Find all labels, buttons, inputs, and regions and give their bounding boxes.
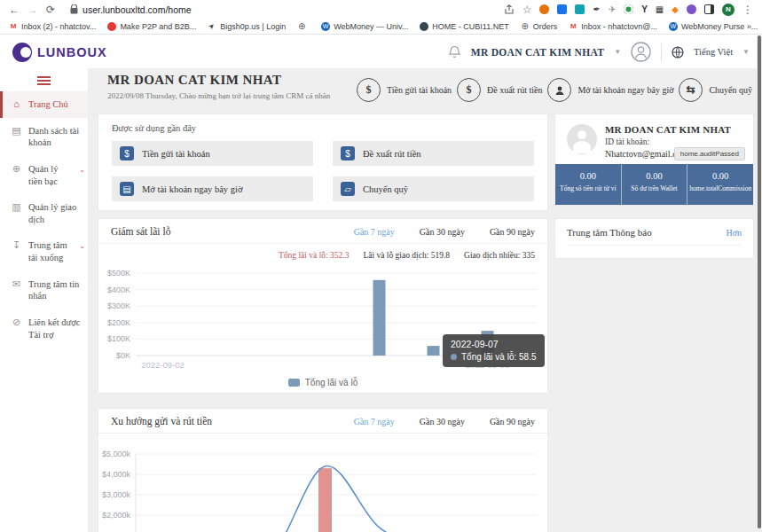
- bookmark-item[interactable]: MInbox - nhatctovn@...: [569, 22, 657, 31]
- notification-more-link[interactable]: Hơn: [726, 228, 742, 238]
- url-text[interactable]: user.lunbouxltd.com/home: [82, 4, 192, 15]
- profit-monitor-card: Giám sát lãi lỗ Gần 7 ngày Gần 30 ngày G…: [98, 218, 548, 394]
- tab-last-7-days[interactable]: Gần 7 ngày: [354, 417, 395, 426]
- recent-button-transfer[interactable]: ▱Chuyển quỹ: [333, 176, 534, 201]
- extension-pen-icon[interactable]: ✒: [593, 5, 600, 14]
- sidebar-item-home[interactable]: ⌂Trang Chủ: [0, 91, 88, 118]
- metamask-icon[interactable]: ◆: [672, 5, 679, 14]
- trend-line-chart-svg: $0k$1,000k$2,000k$3,000k$4,000k$5,000k: [98, 442, 547, 532]
- svg-text:$2,000k: $2,000k: [102, 511, 131, 520]
- address-bar: ← → ⟳ user.lunbouxltd.com/home ☆ ✒ ✈ Y ▦…: [0, 0, 762, 19]
- bookmark-item[interactable]: HOME - CUBI11.NET: [420, 22, 508, 31]
- legend-marker: [288, 379, 300, 387]
- extension-puzzle-icon[interactable]: [687, 4, 696, 14]
- mail-icon: ✉: [11, 278, 22, 290]
- browser-menu-icon[interactable]: ⋮: [742, 4, 753, 15]
- recent-button-withdraw[interactable]: $Đề xuất rút tiền: [333, 141, 534, 166]
- webmoney-icon: W: [669, 22, 678, 31]
- audit-passed-badge[interactable]: home.auditPassed: [674, 147, 745, 160]
- red-circle-icon: [107, 22, 116, 31]
- page-scrollbar[interactable]: [757, 35, 762, 532]
- bookmark-item[interactable]: MInbox (2) - nhatctov...: [9, 22, 96, 31]
- trend-card-title: Xu hướng gửi và rút tiền: [111, 416, 212, 426]
- profile-id-label: ID tài khoản:: [605, 137, 731, 146]
- sidebar-item-money-management[interactable]: ⊕Quản lý tiền bạc⌄: [0, 156, 88, 194]
- svg-text:$0K: $0K: [116, 351, 130, 360]
- sidepanel-icon[interactable]: [704, 4, 714, 14]
- deposit-withdraw-trend-card: Xu hướng gửi và rút tiền Gần 7 ngày Gần …: [98, 408, 548, 532]
- extension-plane-icon[interactable]: ✈: [609, 5, 616, 14]
- language-chevron-icon[interactable]: ▼: [742, 48, 750, 56]
- profit-chart[interactable]: $0K$100K$200K$300K$400K$500K2022-09-0220…: [98, 260, 547, 387]
- back-button-icon[interactable]: ←: [9, 4, 20, 15]
- scrollbar-thumb[interactable]: [758, 35, 761, 528]
- person-icon: [547, 78, 571, 102]
- profit-chart-legend[interactable]: Tổng lãi và lỗ: [98, 378, 547, 387]
- tab-last-90-days[interactable]: Gần 90 ngày: [490, 227, 535, 237]
- extension-qr-icon[interactable]: ▦: [656, 5, 664, 14]
- quick-action-open-account[interactable]: Mở tài khoản ngay bây giờ: [547, 78, 673, 102]
- extension-orange-icon[interactable]: [539, 4, 549, 14]
- profit-stats-row: Tổng lãi và lỗ: 352.3 Lãi và lỗ giao dịc…: [98, 244, 547, 260]
- extension-teal-icon[interactable]: [575, 4, 585, 14]
- sidebar-item-transaction-management[interactable]: ▥Quản lý giao dịch: [0, 194, 88, 232]
- legend-label: Tổng lãi và lỗ: [305, 378, 357, 387]
- quick-action-deposit[interactable]: $Tiền gửi tài khoản: [357, 78, 452, 102]
- profit-bar-chart-svg: $0K$100K$200K$300K$400K$500K2022-09-0220…: [98, 260, 547, 373]
- bookmark-item[interactable]: WWebMoney — Univ...: [321, 22, 408, 31]
- stat-trade-profit-loss: Lãi và lỗ giao dịch: 519.8: [363, 251, 450, 260]
- user-menu-chevron-icon[interactable]: ▼: [614, 48, 621, 56]
- dark-circle-icon: [420, 22, 428, 31]
- lunboux-logo-text: LUNBOUX: [37, 45, 107, 59]
- stat-total-commission: 0.00home.totalCommission: [687, 164, 753, 205]
- lock-icon: [70, 4, 78, 14]
- tab-last-30-days[interactable]: Gần 30 ngày: [420, 417, 465, 426]
- bookmark-item[interactable]: ⊕: [297, 22, 310, 31]
- svg-text:$200K: $200K: [107, 318, 130, 327]
- sidebar-item-message-center[interactable]: ✉Trung tâm tin nhắn: [0, 271, 88, 309]
- page-title: MR DOAN CAT KIM NHAT: [107, 73, 330, 88]
- extension-green-circle-icon[interactable]: [624, 4, 633, 14]
- forward-button-icon[interactable]: →: [27, 4, 38, 15]
- extension-funnel-icon[interactable]: Y: [641, 5, 648, 14]
- sidebar-collapse-button[interactable]: [0, 68, 88, 91]
- app-header: LUNBOUX MR DOAN CAT KIM NHAT ▼ Tiếng Việ…: [0, 35, 762, 70]
- lunboux-logo[interactable]: LUNBOUX: [12, 43, 107, 62]
- notification-bell-icon[interactable]: [448, 45, 461, 59]
- chevron-down-icon: ⌄: [79, 242, 85, 251]
- bookmark-item[interactable]: Make P2P and B2B...: [107, 22, 196, 31]
- tab-last-30-days[interactable]: Gần 30 ngày: [420, 227, 465, 237]
- quick-action-withdraw[interactable]: $Đề xuất rút tiền: [457, 78, 542, 102]
- sidebar-item-account-list[interactable]: ▤Danh sách tài khoản: [0, 118, 88, 156]
- avatar-icon[interactable]: [631, 42, 651, 62]
- bookmark-item[interactable]: WWebMoney Purse »...: [669, 22, 758, 31]
- recent-button-open-account[interactable]: ▤Mở tài khoản ngay bây giờ: [112, 176, 313, 201]
- sidebar-item-download-center[interactable]: ↧Trung tâm tải xuống⌄: [0, 232, 88, 270]
- trend-chart[interactable]: $0k$1,000k$2,000k$3,000k$4,000k$5,000k: [98, 442, 547, 532]
- tab-last-7-days[interactable]: Gần 7 ngày: [354, 227, 395, 237]
- sidebar: ⌂Trang Chủ ▤Danh sách tài khoản ⊕Quản lý…: [0, 68, 89, 532]
- dollar-icon: $: [120, 146, 134, 160]
- account-card-icon: ▤: [120, 182, 134, 196]
- stat-trade-count: Giao dịch nhiều: 335: [464, 251, 535, 260]
- svg-text:2022-09-08: 2022-09-08: [466, 360, 509, 370]
- globe-icon[interactable]: [672, 46, 684, 59]
- download-icon: ↧: [11, 239, 22, 251]
- quick-action-transfer[interactable]: ⇆Chuyển quỹ: [679, 78, 752, 102]
- language-selector[interactable]: Tiếng Việt: [694, 47, 733, 57]
- bookmark-item[interactable]: ⊕Orders: [521, 22, 558, 31]
- bookmark-item[interactable]: ➤Bigsh0p.us | Login: [208, 22, 286, 31]
- globe-icon: ⊕: [521, 22, 530, 31]
- browser-profile-avatar[interactable]: N: [722, 4, 735, 16]
- reload-button-icon[interactable]: ⟳: [46, 4, 55, 15]
- share-icon[interactable]: [504, 4, 515, 15]
- extension-translate-icon[interactable]: [557, 4, 567, 14]
- sidebar-item-sponsored-links[interactable]: ⊘Liên kết được Tài trợ: [0, 309, 88, 348]
- svg-text:$400K: $400K: [107, 286, 130, 294]
- header-user-name[interactable]: MR DOAN CAT KIM NHAT: [471, 47, 604, 58]
- recent-button-deposit[interactable]: $Tiền gửi tài khoản: [112, 141, 313, 166]
- tab-last-90-days[interactable]: Gần 90 ngày: [490, 417, 535, 426]
- bookmark-star-icon[interactable]: ☆: [522, 4, 532, 15]
- header-divider: [661, 43, 662, 61]
- page-head: MR DOAN CAT KIM NHAT 2022/09/08 Thursday…: [107, 73, 330, 100]
